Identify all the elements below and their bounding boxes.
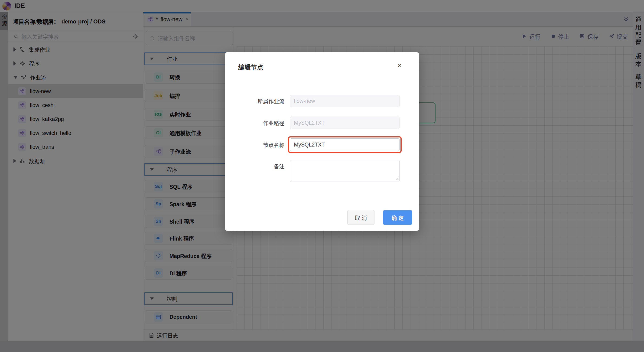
- edit-node-dialog: 编辑节点 × 所属作业流 作业路径 节点名称 备注 取 消 确 定: [225, 52, 419, 231]
- field-label: 节点名称: [225, 141, 284, 148]
- field-label: 所属作业流: [225, 97, 284, 105]
- close-icon[interactable]: ×: [398, 62, 402, 69]
- workflow-field: [290, 95, 400, 107]
- remark-field[interactable]: [290, 160, 400, 182]
- node-name-field[interactable]: [290, 138, 400, 151]
- dialog-title: 编辑节点: [238, 62, 263, 72]
- field-label: 作业路径: [225, 119, 284, 127]
- field-label: 备注: [225, 162, 284, 170]
- ide-window: IDE 资源 项目名称/数据层： demo-proj / ODS 输入关键字搜索…: [0, 0, 644, 352]
- job-path-field: [290, 116, 400, 129]
- cancel-button[interactable]: 取 消: [347, 210, 374, 225]
- resize-handle-icon[interactable]: [394, 176, 399, 181]
- ok-button[interactable]: 确 定: [383, 210, 412, 225]
